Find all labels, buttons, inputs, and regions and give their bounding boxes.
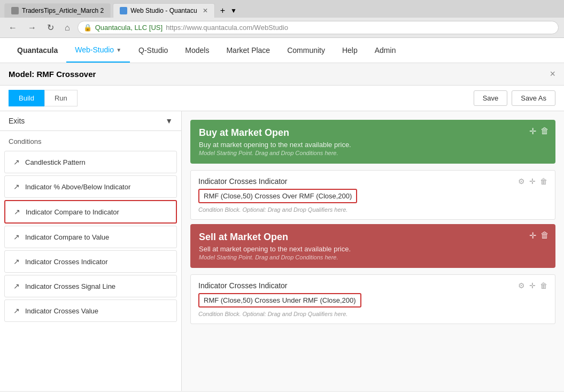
tab-1-label: TradersTips_Article_March 2	[22, 7, 104, 14]
sidebar: Exits ▼ Conditions Candlestick Pattern I…	[0, 111, 182, 391]
nav-brand[interactable]: Quantacula	[9, 39, 66, 62]
address-input[interactable]: 🔒 Quantacula, LLC [US] https://www.quant…	[78, 21, 559, 34]
sell-condition-drag-icon[interactable]: ✛	[529, 281, 536, 290]
buy-condition-drag-icon[interactable]: ✛	[529, 177, 536, 186]
sidebar-item-candlestick-label: Candlestick Pattern	[25, 158, 86, 166]
browser-chrome: TradersTips_Article_March 2 Web Studio -…	[0, 0, 564, 38]
studio-layout: Exits ▼ Conditions Candlestick Pattern I…	[0, 111, 564, 391]
sell-condition-delete-icon[interactable]: 🗑	[540, 281, 547, 290]
model-name: RMF Crossover	[37, 70, 96, 79]
exits-label: Exits	[9, 117, 25, 125]
app-nav: Quantacula Web-Studio ▼ Q-Studio Models …	[0, 38, 564, 63]
buy-condition-header: Indicator Crosses Indicator ⚙ ✛ 🗑	[198, 177, 547, 186]
tab-1[interactable]: TradersTips_Article_March 2	[4, 3, 111, 18]
sidebar-item-indicator-crosses-indicator[interactable]: Indicator Crosses Indicator	[4, 250, 177, 273]
lock-icon: 🔒	[83, 24, 92, 32]
sidebar-item-indicator-crosses-signal[interactable]: Indicator Crosses Signal Line	[4, 275, 177, 297]
url-path: https://www.quantacula.com/WebStudio	[166, 24, 288, 32]
main-area: Buy at Market Open Buy at market opening…	[182, 111, 564, 391]
buy-condition-title: Indicator Crosses Indicator	[198, 177, 288, 186]
exits-dropdown[interactable]: Exits ▼	[0, 111, 181, 131]
toolbar: Build Run Save Save As	[0, 86, 564, 111]
trend-icon	[13, 257, 20, 266]
home-btn[interactable]: ⌂	[61, 22, 73, 34]
sidebar-item-compare-value-label: Indicator Compare to Value	[25, 233, 109, 241]
sell-condition-note: Condition Block. Optional: Drag and Drop…	[198, 311, 547, 317]
forward-btn[interactable]: →	[25, 22, 40, 34]
back-btn[interactable]: ←	[5, 22, 20, 34]
tab-2-icon	[120, 7, 127, 14]
nav-models[interactable]: Models	[176, 39, 218, 62]
toolbar-right: Save Save As	[474, 90, 555, 106]
refresh-btn[interactable]: ↻	[44, 21, 57, 34]
buy-condition-note: Condition Block. Optional: Drag and Drop…	[198, 206, 547, 213]
nav-q-studio[interactable]: Q-Studio	[130, 39, 176, 62]
sell-block-note: Model Starting Point. Drag and Drop Cond…	[199, 254, 547, 260]
sell-block-title: Sell at Market Open	[199, 232, 547, 243]
model-title: Model: RMF Crossover	[9, 70, 96, 79]
address-bar: ← → ↻ ⌂ 🔒 Quantacula, LLC [US] https://w…	[0, 18, 564, 37]
sell-condition-title: Indicator Crosses Indicator	[198, 281, 288, 290]
sell-condition-header: Indicator Crosses Indicator ⚙ ✛ 🗑	[198, 281, 547, 290]
buy-block-delete-icon[interactable]: 🗑	[540, 126, 549, 136]
tab-bar: TradersTips_Article_March 2 Web Studio -…	[0, 0, 564, 18]
sell-block-actions: ✛ 🗑	[529, 230, 549, 241]
tab-1-icon	[11, 7, 19, 14]
buy-condition-delete-icon[interactable]: 🗑	[540, 177, 547, 186]
nav-community[interactable]: Community	[279, 39, 334, 62]
buy-condition-card: Indicator Crosses Indicator ⚙ ✛ 🗑 RMF (C…	[190, 170, 555, 220]
sidebar-item-indicator-crosses-value[interactable]: Indicator Crosses Value	[4, 299, 177, 322]
sell-condition-gear-icon[interactable]: ⚙	[518, 281, 525, 290]
trend-icon	[13, 232, 20, 242]
run-btn[interactable]: Run	[44, 90, 78, 106]
sell-block-drag-icon[interactable]: ✛	[529, 230, 536, 241]
buy-block: Buy at Market Open Buy at market opening…	[190, 120, 555, 164]
buy-block-actions: ✛ 🗑	[529, 126, 549, 136]
sidebar-item-indicator-compare[interactable]: Indicator Compare to Indicator	[4, 200, 177, 224]
sidebar-item-pct-label: Indicator % Above/Below Indicator	[25, 183, 130, 191]
model-close-btn[interactable]: ×	[550, 68, 555, 80]
sidebar-item-compare-label: Indicator Compare to Indicator	[26, 208, 119, 216]
nav-web-studio[interactable]: Web-Studio ▼	[66, 38, 130, 63]
tab-dropdown-btn[interactable]: ▼	[230, 7, 237, 14]
buy-condition-formula: RMF (Close,50) Crosses Over RMF (Close,2…	[198, 189, 357, 203]
trend-icon	[13, 182, 20, 191]
sidebar-item-candlestick-pattern[interactable]: Candlestick Pattern	[4, 151, 177, 173]
buy-condition-gear-icon[interactable]: ⚙	[518, 177, 525, 186]
sidebar-item-indicator-compare-value[interactable]: Indicator Compare to Value	[4, 226, 177, 248]
sell-block: Sell at Market Open Sell at market openi…	[190, 224, 555, 268]
model-header: Model: RMF Crossover ×	[0, 63, 564, 86]
nav-market-place[interactable]: Market Place	[218, 39, 279, 62]
sell-block-subtitle: Sell at market opening to the next avail…	[199, 245, 547, 253]
buy-block-drag-icon[interactable]: ✛	[529, 126, 536, 136]
model-label: Model:	[9, 70, 34, 79]
tab-close-btn[interactable]: ✕	[203, 7, 208, 14]
sidebar-item-crosses-signal-label: Indicator Crosses Signal Line	[25, 282, 115, 290]
sell-condition-actions: ⚙ ✛ 🗑	[518, 281, 547, 290]
buy-block-subtitle: Buy at market opening to the next availa…	[199, 141, 547, 149]
main-content: Model: RMF Crossover × Build Run Save Sa…	[0, 63, 564, 391]
new-tab-btn[interactable]: +	[217, 6, 228, 16]
buy-block-title: Buy at Market Open	[199, 127, 547, 139]
tab-2[interactable]: Web Studio - Quantacu ✕	[113, 3, 215, 18]
tab-2-label: Web Studio - Quantacu	[130, 7, 197, 14]
buy-block-note: Model Starting Point. Drag and Drop Cond…	[199, 150, 547, 156]
nav-admin[interactable]: Admin	[366, 39, 405, 62]
nav-help[interactable]: Help	[334, 39, 366, 62]
sell-condition-formula: RMF (Close,50) Crosses Under RMF (Close,…	[198, 293, 361, 308]
trend-icon	[13, 306, 20, 316]
chevron-down-icon: ▼	[116, 47, 121, 53]
sidebar-item-indicator-pct[interactable]: Indicator % Above/Below Indicator	[4, 175, 177, 198]
sell-block-delete-icon[interactable]: 🗑	[540, 230, 549, 241]
conditions-header: Conditions	[0, 131, 181, 149]
toolbar-left: Build Run	[9, 90, 78, 106]
sidebar-item-crosses-label: Indicator Crosses Indicator	[25, 258, 108, 266]
chevron-down-icon: ▼	[165, 117, 173, 125]
trend-icon	[13, 157, 20, 167]
save-as-btn[interactable]: Save As	[512, 90, 555, 106]
build-btn[interactable]: Build	[9, 90, 44, 106]
sidebar-item-crosses-value-label: Indicator Crosses Value	[25, 307, 98, 315]
save-btn[interactable]: Save	[474, 90, 508, 106]
buy-condition-actions: ⚙ ✛ 🗑	[518, 177, 547, 186]
trend-icon	[13, 281, 20, 291]
